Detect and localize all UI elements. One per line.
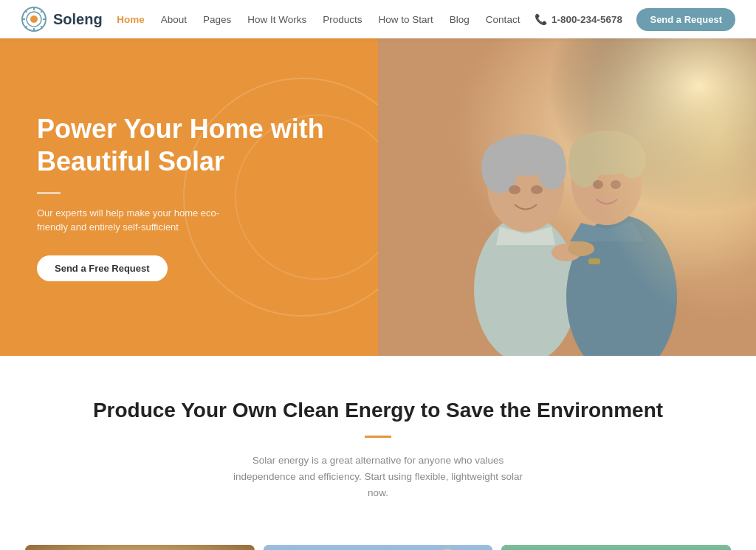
nav-contact[interactable]: Contact xyxy=(486,14,520,25)
hero-right-panel xyxy=(378,38,756,356)
svg-rect-38 xyxy=(501,545,731,550)
header-cta-button[interactable]: Send a Request xyxy=(636,8,735,31)
svg-point-2 xyxy=(30,16,38,23)
logo[interactable]: Soleng xyxy=(21,6,103,32)
thumb-1-image xyxy=(25,545,255,550)
thumbnail-row xyxy=(21,545,735,550)
clean-energy-subtitle: Solar energy is a great alternative for … xyxy=(230,453,526,501)
svg-rect-33 xyxy=(264,545,493,550)
phone-icon: 📞 xyxy=(535,13,547,25)
svg-line-9 xyxy=(25,26,27,28)
svg-point-19 xyxy=(531,185,543,194)
hero-divider xyxy=(37,192,61,194)
svg-line-8 xyxy=(41,26,43,28)
nav-pages[interactable]: Pages xyxy=(203,14,231,25)
main-nav: Home About Pages How It Works Products H… xyxy=(117,14,520,25)
svg-line-7 xyxy=(25,10,27,13)
nav-how-it-works[interactable]: How It Works xyxy=(247,14,306,25)
svg-rect-30 xyxy=(25,545,255,550)
hero-subtitle: Our experts will help make your home eco… xyxy=(37,206,244,235)
hero-photo-bloom xyxy=(567,38,756,356)
logo-text: Soleng xyxy=(53,11,103,28)
clean-energy-title: Produce Your Own Clean Energy to Save th… xyxy=(89,397,667,424)
phone-area: 📞 1-800-234-5678 xyxy=(535,13,622,25)
svg-point-18 xyxy=(509,185,520,194)
thumbnail-3[interactable] xyxy=(501,545,731,550)
clean-energy-section: Produce Your Own Clean Energy to Save th… xyxy=(0,356,756,530)
svg-point-17 xyxy=(537,145,566,190)
hero-photo xyxy=(378,38,756,356)
phone-number[interactable]: 1-800-234-5678 xyxy=(551,14,622,25)
svg-line-10 xyxy=(41,10,43,13)
thumbnail-2[interactable] xyxy=(264,545,493,550)
nav-how-to-start[interactable]: How to Start xyxy=(379,14,433,25)
nav-home[interactable]: Home xyxy=(117,14,145,25)
hero-cta-button[interactable]: Send a Free Request xyxy=(37,255,168,281)
thumb-2-image xyxy=(264,545,493,550)
nav-blog[interactable]: Blog xyxy=(450,14,470,25)
section-divider xyxy=(365,436,391,438)
thumbnail-1[interactable] xyxy=(25,545,255,550)
hero-section: Power Your Home with Beautiful Solar Our… xyxy=(0,38,756,356)
nav-products[interactable]: Products xyxy=(323,14,362,25)
thumb-3-image xyxy=(501,545,731,550)
hero-left-panel: Power Your Home with Beautiful Solar Our… xyxy=(0,38,378,356)
header: Soleng Home About Pages How It Works Pro… xyxy=(0,0,756,38)
nav-about[interactable]: About xyxy=(161,14,187,25)
hero-title: Power Your Home with Beautiful Solar xyxy=(37,113,341,176)
logo-icon xyxy=(21,6,47,32)
